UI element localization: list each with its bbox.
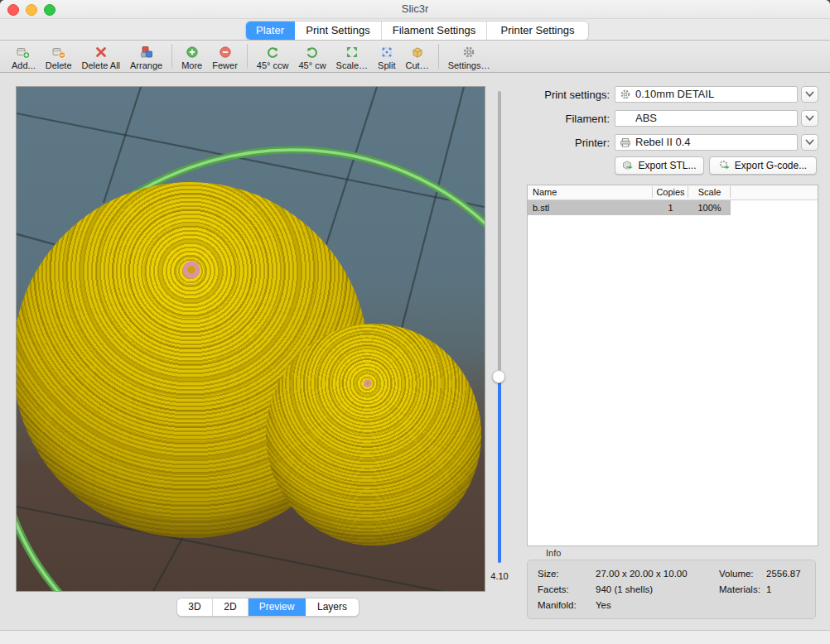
printer-select[interactable]: Rebel II 0.4 [615, 134, 798, 151]
facets-label: Facets: [538, 582, 569, 598]
view-tab-3d[interactable]: 3D [177, 598, 213, 616]
rotate-cw-button[interactable]: 45° cw [293, 41, 331, 71]
export-gcode-button[interactable]: Export G-code... [709, 156, 817, 175]
materials-value: 1 [766, 582, 771, 598]
main-tab-bar: Plater Print Settings Filament Settings … [0, 19, 830, 40]
filament-select[interactable]: ABS [615, 110, 798, 127]
size-label: Size: [538, 566, 559, 582]
export-stl-label: Export STL... [638, 160, 696, 171]
column-header-scale[interactable]: Scale [688, 187, 731, 197]
rotate-cw-icon [306, 45, 319, 60]
main-area: 4.10 3D 2D Preview Layers Print settings… [0, 74, 830, 630]
column-header-name[interactable]: Name [533, 187, 557, 197]
rotate-ccw-button[interactable]: 45° ccw [252, 41, 294, 71]
large-sphere-top-infill [181, 259, 202, 281]
main-tabs: Plater Print Settings Filament Settings … [245, 21, 589, 41]
size-value: 27.00 x 20.00 x 10.00 [596, 566, 688, 582]
view-tab-preview[interactable]: Preview [249, 598, 306, 616]
add-button[interactable]: Add... [7, 41, 41, 71]
manifold-label: Manifold: [538, 598, 577, 613]
toolbar-separator [438, 44, 439, 69]
filament-label: Filament: [527, 113, 610, 125]
toolbar-label: 45° ccw [257, 60, 289, 70]
toolbar-label: Fewer [212, 60, 238, 70]
layer-slider-track[interactable] [498, 91, 501, 563]
delete-all-icon [94, 45, 108, 60]
column-divider [688, 186, 688, 198]
toolbar-label: Add... [12, 60, 36, 70]
layer-slider-fill [498, 377, 501, 563]
settings-gear-icon [462, 45, 475, 60]
column-header-copies[interactable]: Copies [653, 187, 688, 197]
toolbar-separator [247, 44, 248, 69]
toolbar-label: Cut… [406, 60, 429, 70]
settings-button[interactable]: Settings… [443, 41, 495, 71]
filament-dropdown-button[interactable] [801, 110, 818, 127]
view-tab-layers[interactable]: Layers [306, 598, 359, 616]
facets-value: 940 (1 shells) [596, 582, 653, 598]
cell-name: b.stl [533, 200, 549, 215]
table-row[interactable]: b.stl 1 100% [528, 200, 818, 215]
column-divider [730, 186, 731, 198]
print-settings-value: 0.10mm DETAIL [635, 88, 714, 100]
print-settings-dropdown-button[interactable] [801, 86, 818, 103]
column-divider [652, 186, 653, 198]
export-stl-button[interactable]: Export STL... [615, 156, 704, 175]
title-bar: Slic3r [0, 0, 830, 19]
chevron-down-icon [805, 139, 814, 146]
delete-button[interactable]: Delete [41, 41, 77, 71]
view-mode-tabs: 3D 2D Preview Layers [176, 598, 360, 617]
window-title: Slic3r [0, 2, 830, 15]
export-gcode-icon [719, 160, 731, 171]
printer-dropdown-button[interactable] [801, 134, 818, 151]
chevron-down-icon [805, 115, 814, 122]
info-section-title: Info [546, 548, 561, 558]
more-button[interactable]: More [176, 41, 207, 71]
split-icon [380, 45, 393, 60]
tab-filament-settings[interactable]: Filament Settings [382, 22, 487, 40]
tab-printer-settings[interactable]: Printer Settings [487, 22, 588, 40]
cut-icon [411, 45, 424, 60]
toolbar-label: Arrange [130, 60, 162, 70]
manifold-value: Yes [596, 598, 611, 613]
printer-icon [620, 137, 631, 151]
arrange-button[interactable]: Arrange [125, 41, 167, 71]
arrange-icon [139, 45, 154, 60]
export-stl-icon [622, 160, 634, 171]
printer-label: Printer: [527, 137, 610, 149]
3d-preview-canvas[interactable] [16, 86, 485, 592]
object-table-header: Name Copies Scale [528, 185, 818, 200]
print-settings-select[interactable]: 0.10mm DETAIL [615, 86, 798, 103]
tab-plater[interactable]: Plater [246, 22, 295, 40]
delete-box-icon [51, 45, 66, 60]
volume-label: Volume: [719, 566, 754, 582]
object-list-table[interactable]: Name Copies Scale b.stl 1 100% [527, 185, 818, 546]
volume-value: 2556.87 [766, 566, 801, 582]
cell-copies: 1 [653, 200, 688, 215]
toolbar: Add... Delete Delete All Arrange More [0, 40, 830, 73]
status-bar [0, 630, 830, 644]
chevron-down-icon [805, 91, 814, 98]
layer-slider-value: 4.10 [483, 571, 516, 581]
layer-slider-thumb[interactable] [492, 370, 505, 383]
add-box-icon [16, 45, 31, 60]
tab-print-settings[interactable]: Print Settings [295, 22, 382, 40]
sliced-model-small-sphere[interactable] [266, 324, 481, 545]
scale-button[interactable]: Scale… [331, 41, 374, 71]
split-button[interactable]: Split [373, 41, 400, 71]
materials-label: Materials: [719, 582, 760, 598]
toolbar-label: 45° cw [298, 60, 326, 70]
delete-all-button[interactable]: Delete All [77, 41, 125, 71]
toolbar-label: Scale… [336, 60, 369, 70]
cut-button[interactable]: Cut… [401, 41, 434, 71]
toolbar-label: Split [378, 60, 395, 70]
toolbar-label: More [181, 60, 202, 70]
printer-value: Rebel II 0.4 [635, 136, 691, 148]
fewer-button[interactable]: Fewer [207, 41, 243, 71]
toolbar-separator [171, 44, 172, 69]
info-box: Size: 27.00 x 20.00 x 10.00 Volume: 2556… [527, 560, 816, 619]
filament-value: ABS [635, 112, 657, 124]
toolbar-label: Delete [46, 60, 72, 70]
view-tab-2d[interactable]: 2D [213, 598, 249, 616]
export-gcode-label: Export G-code... [735, 160, 807, 171]
